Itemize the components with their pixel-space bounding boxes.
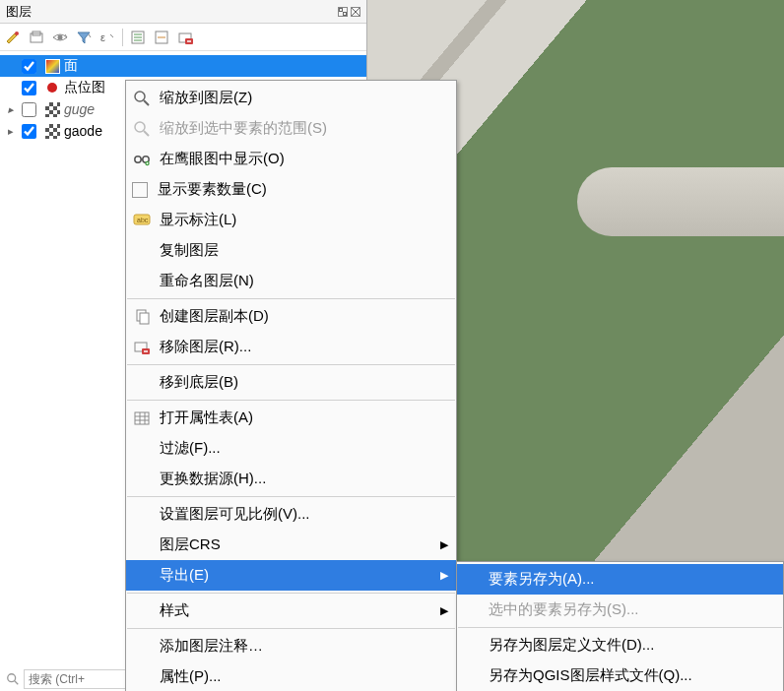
- menu-separator: [127, 628, 455, 629]
- submenu-save-as-layer-def[interactable]: 另存为图层定义文件(D)...: [457, 630, 783, 660]
- svg-point-12: [135, 92, 145, 101]
- submenu-save-as-qgis-style[interactable]: 另存为QGIS图层样式文件(Q)...: [457, 660, 783, 691]
- layers-panel-title: 图层: [6, 3, 338, 21]
- menu-copy-layer[interactable]: 复制图层: [126, 235, 456, 266]
- menu-label: 导出(E): [160, 566, 434, 585]
- menu-label: 更换数据源(H)...: [160, 470, 448, 488]
- point-symbol-icon: [44, 80, 60, 95]
- svg-rect-23: [135, 412, 149, 424]
- duplicate-icon: [132, 307, 152, 327]
- layer-row-polygon[interactable]: 面: [0, 55, 366, 77]
- layer-label: guge: [64, 101, 95, 117]
- layer-label: 点位图: [64, 79, 105, 96]
- menu-separator: [127, 496, 455, 497]
- menu-label: 显示标注(L): [160, 211, 448, 229]
- layers-panel-header: 图层: [0, 0, 366, 24]
- submenu-arrow-icon: ▶: [440, 569, 448, 582]
- panel-close-button[interactable]: [351, 7, 360, 17]
- menu-show-feature-count[interactable]: 显示要素数量(C): [126, 174, 456, 205]
- svg-text:abc: abc: [137, 217, 149, 223]
- menu-styles[interactable]: 样式 ▶: [126, 596, 456, 626]
- expand-icon[interactable]: ▸: [4, 125, 18, 138]
- menu-label: 过滤(F)...: [160, 439, 448, 458]
- layer-context-menu: 缩放到图层(Z) 缩放到选中要素的范围(S) 在鹰眼图中显示(O) 显示要素数量…: [125, 80, 457, 691]
- submenu-label: 要素另存为(A)...: [489, 570, 775, 589]
- menu-filter[interactable]: 过滤(F)...: [126, 433, 456, 464]
- glasses-icon: [132, 150, 152, 169]
- menu-label: 样式: [160, 601, 434, 620]
- menu-duplicate-layer[interactable]: 创建图层副本(D): [126, 301, 456, 332]
- svg-point-5: [58, 34, 63, 39]
- filter-legend-icon[interactable]: [75, 29, 93, 46]
- menu-label: 在鹰眼图中显示(O): [160, 150, 448, 168]
- expand-icon[interactable]: ▸: [4, 103, 18, 116]
- menu-label: 缩放到图层(Z): [160, 89, 448, 107]
- search-icon: [6, 672, 20, 686]
- menu-remove-layer[interactable]: 移除图层(R)...: [126, 332, 456, 362]
- layer-visibility-checkbox[interactable]: [22, 59, 36, 74]
- export-submenu: 要素另存为(A)... 选中的要素另存为(S)... 另存为图层定义文件(D).…: [456, 561, 784, 691]
- svg-rect-1: [344, 12, 347, 15]
- filter-by-expression-icon[interactable]: ε: [98, 29, 116, 46]
- submenu-arrow-icon: ▶: [440, 604, 448, 617]
- submenu-arrow-icon: ▶: [440, 538, 448, 551]
- raster-symbol-icon: [44, 101, 60, 117]
- remove-layer-icon[interactable]: [176, 29, 194, 46]
- expand-all-icon[interactable]: [129, 29, 147, 46]
- open-layer-styling-icon[interactable]: [4, 29, 22, 46]
- menu-label: 重命名图层(N): [160, 272, 448, 290]
- svg-point-14: [135, 156, 141, 161]
- menu-move-to-bottom[interactable]: 移到底层(B): [126, 367, 456, 398]
- menu-label: 显示要素数量(C): [158, 180, 448, 199]
- submenu-label: 选中的要素另存为(S)...: [489, 600, 775, 619]
- menu-label: 图层CRS: [160, 535, 434, 554]
- menu-label: 添加图层注释…: [160, 637, 448, 656]
- menu-layer-crs[interactable]: 图层CRS ▶: [126, 530, 456, 560]
- menu-show-labels[interactable]: abc 显示标注(L): [126, 205, 456, 235]
- svg-rect-20: [140, 313, 149, 324]
- layer-visibility-checkbox[interactable]: [22, 124, 36, 139]
- checkbox-icon: [132, 182, 148, 198]
- menu-label: 打开属性表(A): [160, 408, 448, 427]
- add-group-icon[interactable]: [28, 29, 45, 46]
- menu-rename-layer[interactable]: 重命名图层(N): [126, 266, 456, 296]
- menu-separator: [127, 298, 455, 299]
- table-icon: [132, 408, 152, 428]
- submenu-label: 另存为QGIS图层样式文件(Q)...: [489, 666, 775, 685]
- layers-toolbar: ε: [0, 24, 366, 51]
- menu-zoom-to-layer[interactable]: 缩放到图层(Z): [126, 83, 456, 113]
- menu-set-scale-visibility[interactable]: 设置图层可见比例(V)...: [126, 499, 456, 530]
- polygon-symbol-icon: [44, 58, 60, 74]
- menu-label: 创建图层副本(D): [160, 307, 448, 326]
- menu-export[interactable]: 导出(E) ▶: [126, 560, 456, 591]
- menu-open-attr-table[interactable]: 打开属性表(A): [126, 403, 456, 433]
- label-icon: abc: [132, 211, 152, 230]
- raster-symbol-icon: [44, 123, 60, 139]
- svg-point-13: [135, 122, 145, 132]
- menu-add-layer-notes[interactable]: 添加图层注释…: [126, 631, 456, 661]
- collapse-all-icon[interactable]: [153, 29, 170, 46]
- svg-point-11: [8, 674, 16, 682]
- menu-separator: [127, 400, 455, 401]
- svg-text:ε: ε: [100, 31, 105, 43]
- manage-visibility-icon[interactable]: [51, 29, 69, 46]
- menu-label: 移除图层(R)...: [160, 338, 448, 356]
- layer-visibility-checkbox[interactable]: [22, 81, 36, 95]
- menu-label: 复制图层: [160, 241, 448, 260]
- panel-undock-button[interactable]: [338, 7, 348, 17]
- svg-point-2: [15, 31, 19, 35]
- menu-zoom-to-selection: 缩放到选中要素的范围(S): [126, 113, 456, 144]
- svg-rect-0: [340, 8, 343, 11]
- magnifier-icon: [132, 119, 152, 139]
- layer-visibility-checkbox[interactable]: [22, 102, 36, 117]
- menu-separator: [127, 364, 455, 365]
- layer-label: 面: [64, 57, 78, 75]
- submenu-save-selected-as: 选中的要素另存为(S)...: [457, 595, 783, 625]
- menu-show-in-overview[interactable]: 在鹰眼图中显示(O): [126, 144, 456, 174]
- submenu-label: 另存为图层定义文件(D)...: [489, 636, 775, 655]
- magnifier-icon: [132, 89, 152, 108]
- menu-change-data-source[interactable]: 更换数据源(H)...: [126, 464, 456, 494]
- submenu-save-features-as[interactable]: 要素另存为(A)...: [457, 564, 783, 595]
- menu-properties[interactable]: 属性(P)...: [126, 661, 456, 691]
- menu-label: 移到底层(B): [160, 373, 448, 392]
